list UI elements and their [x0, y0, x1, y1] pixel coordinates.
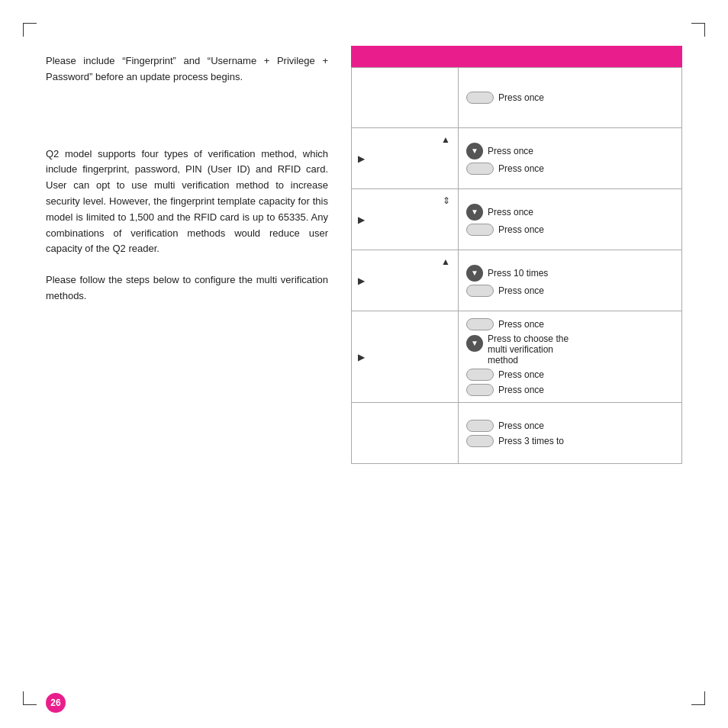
- instruction-text: Press once: [498, 420, 544, 431]
- instruction-line: Press once: [466, 92, 674, 104]
- page-number-badge: 26: [46, 693, 66, 713]
- instruction-line: Press once: [466, 285, 674, 297]
- device-box-1: [352, 68, 459, 127]
- description-text: Q2 model supports four types of verifica…: [46, 147, 328, 258]
- step-row-6: Press once Press 3 times to: [351, 403, 682, 464]
- device-box-4: ▲ ▶: [352, 250, 459, 311]
- arrow-right-icon: ▶: [358, 153, 365, 164]
- arrow-down-btn-icon: ▼: [466, 265, 483, 282]
- pill-button-icon: [466, 92, 494, 104]
- step-row-5: ▶ Press once ▼ Press to choose themulti …: [351, 311, 682, 403]
- pill-button-icon: [466, 420, 494, 432]
- instruction-line: ▼ Press 10 times: [466, 265, 674, 282]
- intro-text: Please include “Fingerprint” and “Userna…: [46, 53, 328, 85]
- pill-button-icon: [466, 369, 494, 381]
- instruction-text: Press to choose themulti verificationmet…: [488, 333, 569, 366]
- instruction-line: Press once: [466, 420, 674, 432]
- arrow-right-icon: ▶: [358, 275, 365, 286]
- instruction-text: Press once: [498, 369, 544, 380]
- arrow-updown-icon: ⇕: [443, 195, 450, 206]
- step-row-4: ▲ ▶ ▼ Press 10 times Press once: [351, 250, 682, 311]
- instruction-text: Press once: [498, 92, 544, 103]
- page-number-text: 26: [50, 697, 60, 708]
- step-row-2: ▲ ▶ ▼ Press once Press once: [351, 128, 682, 189]
- instruction-line: ▼ Press once: [466, 143, 674, 159]
- step-instructions-3: ▼ Press once Press once: [459, 189, 681, 250]
- instruction-line: Press once: [466, 224, 674, 236]
- device-box-5: ▶: [352, 311, 459, 402]
- section-description: Q2 model supports four types of verifica…: [46, 147, 328, 258]
- instruction-text: Press 3 times to: [498, 436, 564, 446]
- instruction-text: Press once: [498, 285, 544, 296]
- step-instructions-2: ▼ Press once Press once: [459, 128, 681, 188]
- pill-button-icon: [466, 435, 494, 447]
- instruction-line: Press once: [466, 384, 674, 396]
- instruction-text: Press once: [498, 385, 544, 395]
- device-box-6: [352, 403, 459, 463]
- step-row-1: Press once: [351, 67, 682, 128]
- pill-button-icon: [466, 163, 494, 175]
- pill-button-icon: [466, 285, 494, 297]
- corner-mark-tl: [23, 23, 37, 37]
- instruction-text: Press once: [488, 146, 533, 156]
- arrow-down-btn-icon: ▼: [466, 204, 483, 221]
- device-box-3: ⇕ ▶: [352, 189, 459, 250]
- step-row-3: ⇕ ▶ ▼ Press once Press once: [351, 189, 682, 250]
- section-intro: Please include “Fingerprint” and “Userna…: [46, 53, 328, 85]
- step-instructions-5: Press once ▼ Press to choose themulti ve…: [459, 311, 681, 402]
- corner-mark-br: [691, 691, 705, 705]
- arrow-right-icon: ▶: [358, 214, 365, 225]
- corner-mark-tr: [691, 23, 705, 37]
- arrow-up-icon: ▲: [441, 256, 450, 267]
- instruction-text: Press once: [498, 224, 544, 235]
- instruction-line: ▼ Press to choose themulti verificationm…: [466, 333, 674, 366]
- pink-header-bar: [351, 46, 682, 67]
- instruction-text: Press once: [498, 319, 544, 330]
- instruction-line: Press 3 times to: [466, 435, 674, 447]
- arrow-up-icon: ▲: [441, 134, 450, 145]
- step-instructions-6: Press once Press 3 times to: [459, 403, 681, 463]
- instruction-line: Press once: [466, 163, 674, 175]
- instruction-text: Press 10 times: [488, 268, 548, 279]
- instruction-line: Press once: [466, 318, 674, 330]
- steps-diagram: Press once ▲ ▶ ▼ Press once P: [351, 67, 682, 682]
- instruction-line: Press once: [466, 369, 674, 381]
- arrow-down-btn-icon: ▼: [466, 335, 483, 352]
- instruction-text: Press once: [498, 163, 544, 174]
- step-instructions-4: ▼ Press 10 times Press once: [459, 250, 681, 311]
- instruction-line: ▼ Press once: [466, 204, 674, 221]
- step-instructions-1: Press once: [459, 68, 681, 127]
- steps-intro-text: Please follow the steps below to configu…: [46, 272, 328, 304]
- pill-button-icon: [466, 384, 494, 396]
- instruction-text: Press once: [488, 207, 533, 217]
- pill-button-icon: [466, 318, 494, 330]
- device-box-2: ▲ ▶: [352, 128, 459, 188]
- pill-button-icon: [466, 224, 494, 236]
- right-column: Press once ▲ ▶ ▼ Press once P: [351, 46, 682, 682]
- arrow-down-btn-icon: ▼: [466, 143, 483, 159]
- left-column: Please include “Fingerprint” and “Userna…: [46, 46, 328, 682]
- arrow-right-icon: ▶: [358, 352, 365, 362]
- section-steps-intro: Please follow the steps below to configu…: [46, 272, 328, 304]
- corner-mark-bl: [23, 691, 37, 705]
